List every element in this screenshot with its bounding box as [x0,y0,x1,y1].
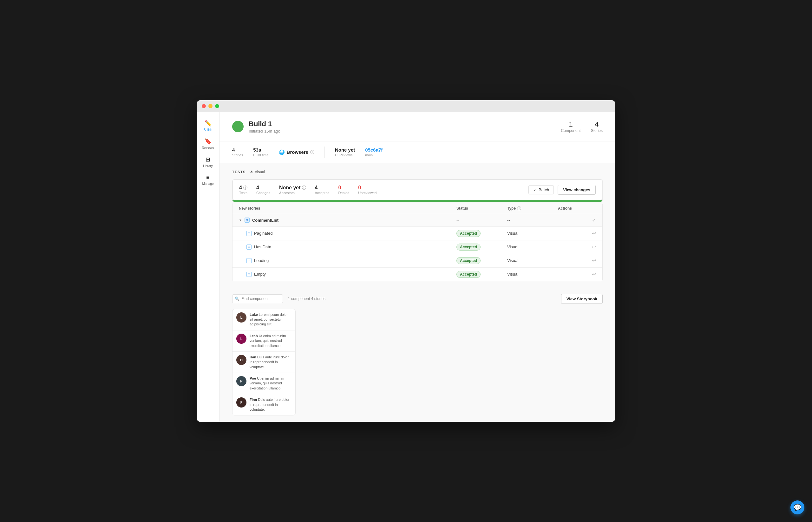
view-changes-label: View changes [563,187,590,192]
tests-metrics-right: ✓ Batch View changes [529,185,596,195]
eye-icon: 👁 [250,170,254,174]
tests-metrics: 4 i Tests 4 Changes [233,180,602,200]
avatar-han: H [236,355,246,365]
close-button[interactable] [202,104,206,108]
sidebar-item-reviews[interactable]: 🔖 Reviews [198,136,218,152]
comment-text-finn: Finn Duis aute irure dolor in reprehende… [250,397,292,412]
search-icon: 🔍 [235,297,239,301]
search-input[interactable] [232,294,283,303]
branch-label: main [365,153,382,157]
actions-hasdata: ↩ [558,244,596,250]
batch-label: Batch [539,187,549,192]
avatar-letter: F [240,401,243,404]
sidebar-item-manage[interactable]: ≡ Manage [198,172,218,188]
storybook-preview: L Luke Lorem ipsum dolor sit amet, conse… [232,309,296,416]
metric-stories-label: Stories [232,153,243,157]
view-storybook-label: View Storybook [567,297,597,301]
metric-browsers-val: 🌐 Browsers i [279,149,314,155]
th-actions: Actions [558,206,596,210]
tests-title: TESTS [232,170,246,174]
branch-link[interactable]: 05c6a7f [365,147,382,153]
sidebar-reviews-label: Reviews [202,146,214,150]
table-row: □ Loading Accepted Visual ↩ [233,254,602,268]
accepted-badge: Accepted [456,257,480,264]
view-storybook-button[interactable]: View Storybook [561,294,603,304]
comment-text-han: Han Duis aute irure dolor in reprehender… [250,355,292,369]
manage-icon: ≡ [206,174,210,181]
status-hasdata: Accepted [456,244,507,250]
build-stats: 1 Component 4 Stories [561,120,603,133]
tm-ancestors: None yet i Ancestors [279,185,306,195]
chat-fab-button[interactable]: 💬 [790,500,805,515]
action-icon[interactable]: ↩ [592,258,596,263]
build-info: Build 1 Initiated 15m ago [232,120,280,134]
status-paginated: Accepted [456,230,507,237]
accepted-badge: Accepted [456,244,480,250]
builds-icon: ✏️ [204,120,212,127]
tm-ancestors-label: Ancestors [279,191,306,195]
metric-uireviews-val: None yet [335,147,355,153]
metric-ui-reviews: None yet UI Reviews [335,147,355,157]
status-empty: Accepted [456,271,507,278]
th-type: Type i [507,206,558,210]
tm-changes: 4 Changes [256,185,270,195]
metric-uireviews-label: UI Reviews [335,153,355,157]
component-icon: ⊞ [244,218,250,223]
metric-divider [324,146,325,158]
minimize-button[interactable] [209,104,213,108]
search-input-wrap: 🔍 [232,294,283,303]
type-empty: Visual [507,272,558,277]
progress-bar [233,200,602,202]
sidebar-manage-label: Manage [202,182,214,185]
tm-accepted-label: Accepted [315,191,330,195]
action-icon[interactable]: ↩ [592,230,596,236]
maximize-button[interactable] [215,104,219,108]
comment-item: F Finn Duis aute irure dolor in reprehen… [233,394,295,415]
table-row: □ Has Data Accepted Visual ↩ [233,240,602,254]
accepted-badge: Accepted [456,271,480,278]
collapse-icon[interactable]: ▼ [239,219,242,222]
reviews-icon: 🔖 [204,138,212,145]
status-cell-parent: -- [456,218,507,223]
tm-changes-val: 4 [256,185,270,190]
story-name-paginated: □ Paginated [239,231,456,236]
story-name-loading: □ Loading [239,258,456,263]
metric-buildtime-val: 53s [253,147,268,153]
action-icon[interactable]: ↩ [592,244,596,250]
search-row: 🔍 1 component 4 stories View Storybook [232,294,603,304]
tm-denied-label: Denied [338,191,349,195]
avatar-letter: L [240,316,243,319]
table-row: □ Empty Accepted Visual ↩ [233,268,602,281]
sidebar-item-builds[interactable]: ✏️ Builds [198,117,218,134]
sidebar-library-label: Library [203,164,213,168]
visual-label: Visual [255,170,265,174]
story-icon: □ [246,231,252,236]
comment-item: L Leah Ut enim ad minim veniam, quis nos… [233,330,295,352]
comment-text-leah: Leah Ut enim ad minim veniam, quis nostr… [250,334,292,348]
tm-accepted: 4 Accepted [315,185,330,195]
action-icon[interactable]: ↩ [592,271,596,277]
actions-cell-parent: ✓ [558,217,596,223]
metric-browsers: 🌐 Browsers i [279,149,314,155]
avatar-letter: H [240,358,243,362]
batch-button[interactable]: ✓ Batch [529,185,554,195]
type-info-icon: i [517,206,521,210]
avatar-letter: L [240,337,243,341]
sidebar-item-library[interactable]: ⊞ Library [198,154,218,170]
view-changes-button[interactable]: View changes [558,185,596,195]
story-icon: □ [246,258,252,263]
tests-metrics-wrapper: 4 i Tests 4 Changes [232,179,603,202]
tm-tests-label: Tests [239,191,247,195]
actions-loading: ↩ [558,258,596,263]
comment-text-poe: Poe Ut enim ad minim veniam, quis nostru… [250,376,292,391]
app-window: ✏️ Builds 🔖 Reviews ⊞ Library ≡ Manage [197,100,615,422]
metric-buildtime-label: Build time [253,153,268,157]
sidebar: ✏️ Builds 🔖 Reviews ⊞ Library ≡ Manage [197,112,219,422]
action-check-icon[interactable]: ✓ [592,217,596,223]
tm-unreviewed: 0 Unreviewed [358,185,376,195]
build-header: Build 1 Initiated 15m ago 1 Component 4 … [219,112,615,141]
build-status-dot [232,121,243,132]
chat-icon: 💬 [794,504,801,511]
tm-unreviewed-label: Unreviewed [358,191,376,195]
story-icon: □ [246,244,252,249]
